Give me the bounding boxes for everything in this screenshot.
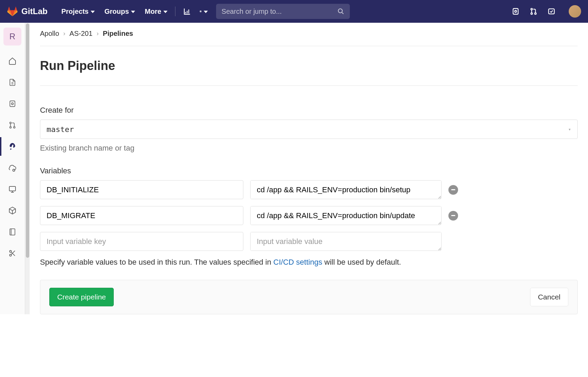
- variables-help: Specify variable values to be used in th…: [40, 258, 578, 267]
- chevron-down-icon: [91, 11, 95, 13]
- todos-icon[interactable]: [547, 7, 556, 16]
- variables-label: Variables: [40, 166, 578, 175]
- sidebar-repository[interactable]: [0, 73, 25, 92]
- issues-icon[interactable]: [511, 7, 520, 16]
- logo[interactable]: GitLab: [7, 6, 48, 17]
- issues-icon: [9, 100, 16, 108]
- variable-value-input[interactable]: cd /app && RAILS_ENV=production bin/setu…: [250, 180, 442, 199]
- breadcrumb-group[interactable]: Apollo: [40, 30, 59, 38]
- header-right: [511, 5, 581, 18]
- breadcrumb: Apollo › AS-201 › Pipelines: [40, 30, 578, 46]
- create-pipeline-button[interactable]: Create pipeline: [49, 288, 114, 306]
- sidebar-merge-requests[interactable]: [0, 116, 25, 134]
- sidebar-packages[interactable]: [0, 201, 25, 220]
- user-avatar[interactable]: [569, 5, 581, 18]
- project-avatar[interactable]: R: [3, 28, 21, 45]
- variable-key-input[interactable]: [40, 180, 243, 199]
- nav-groups[interactable]: Groups: [104, 8, 135, 16]
- variable-value-input[interactable]: cd /app && RAILS_ENV=production bin/upda…: [250, 206, 442, 225]
- chevron-down-icon: ▾: [568, 126, 571, 132]
- create-for-label: Create for: [40, 106, 578, 115]
- svg-point-3: [515, 10, 517, 12]
- file-icon: [9, 79, 16, 86]
- divider: [175, 7, 175, 16]
- cloud-gear-icon: [8, 164, 17, 172]
- sidebar-issues[interactable]: [0, 94, 25, 113]
- cicd-settings-link[interactable]: CI/CD settings: [273, 258, 322, 266]
- variable-row: cd /app && RAILS_ENV=production bin/setu…: [40, 180, 578, 199]
- svg-point-5: [531, 13, 533, 14]
- merge-request-icon: [9, 121, 16, 129]
- minus-icon: [451, 215, 455, 216]
- variable-key-input[interactable]: [40, 206, 243, 225]
- chevron-down-icon: [163, 11, 168, 13]
- monitor-icon: [8, 185, 17, 193]
- svg-point-16: [10, 254, 12, 256]
- merge-requests-icon[interactable]: [529, 7, 538, 16]
- book-icon: [9, 228, 16, 236]
- chevron-down-icon: [204, 11, 208, 13]
- svg-point-10: [10, 122, 11, 124]
- branch-select[interactable]: master ▾: [40, 120, 578, 139]
- remove-variable-button[interactable]: [448, 185, 458, 195]
- svg-point-12: [13, 126, 15, 128]
- cancel-button[interactable]: Cancel: [530, 288, 568, 306]
- svg-point-4: [531, 8, 533, 10]
- sidebar-operations[interactable]: [0, 159, 25, 177]
- remove-variable-button[interactable]: [448, 211, 458, 221]
- activity-icon[interactable]: [183, 7, 191, 16]
- action-bar: Create pipeline Cancel: [40, 280, 578, 314]
- home-icon: [8, 57, 17, 65]
- gitlab-logo-icon: [7, 6, 18, 17]
- create-new-dropdown[interactable]: [200, 7, 208, 16]
- svg-point-6: [535, 13, 536, 14]
- svg-point-11: [10, 126, 11, 128]
- chevron-right-icon: ›: [63, 30, 65, 37]
- top-nav: Projects Groups More: [61, 8, 168, 16]
- chevron-down-icon: [131, 11, 135, 13]
- left-sidebar: R: [0, 23, 25, 314]
- variable-row: cd /app && RAILS_ENV=production bin/upda…: [40, 206, 578, 225]
- sidebar-overview[interactable]: [0, 52, 25, 70]
- sidebar-cicd[interactable]: [0, 137, 25, 156]
- rocket-icon: [8, 142, 17, 151]
- sidebar-wiki[interactable]: [0, 223, 25, 241]
- sidebar-registry[interactable]: [0, 180, 25, 198]
- variable-value-input[interactable]: [250, 232, 442, 251]
- breadcrumb-project[interactable]: AS-201: [70, 30, 93, 38]
- variable-key-input[interactable]: [40, 232, 243, 251]
- svg-point-13: [13, 169, 15, 171]
- minus-icon: [451, 189, 455, 190]
- package-icon: [8, 206, 17, 215]
- chevron-right-icon: ›: [97, 30, 99, 37]
- create-for-help: Existing branch name or tag: [40, 144, 578, 153]
- scissors-icon: [9, 249, 16, 257]
- svg-rect-14: [9, 186, 16, 191]
- search-box[interactable]: [216, 4, 350, 19]
- search-icon: [337, 8, 344, 15]
- nav-more[interactable]: More: [145, 8, 168, 16]
- svg-rect-8: [10, 101, 15, 107]
- header: GitLab Projects Groups More: [0, 0, 588, 23]
- svg-point-15: [10, 251, 12, 253]
- scrollbar[interactable]: [25, 23, 30, 314]
- svg-point-9: [11, 103, 13, 105]
- nav-projects[interactable]: Projects: [61, 8, 95, 16]
- branch-select-value: master: [47, 125, 74, 134]
- svg-point-1: [338, 9, 342, 13]
- page-title: Run Pipeline: [40, 46, 578, 86]
- breadcrumb-current[interactable]: Pipelines: [103, 30, 133, 38]
- search-input[interactable]: [222, 8, 337, 16]
- svg-rect-2: [513, 9, 518, 14]
- variable-row-empty: [40, 232, 578, 251]
- main-content: Apollo › AS-201 › Pipelines Run Pipeline…: [30, 23, 588, 314]
- brand-name: GitLab: [21, 7, 48, 16]
- scrollbar-thumb[interactable]: [26, 23, 29, 258]
- sidebar-snippets[interactable]: [0, 244, 25, 263]
